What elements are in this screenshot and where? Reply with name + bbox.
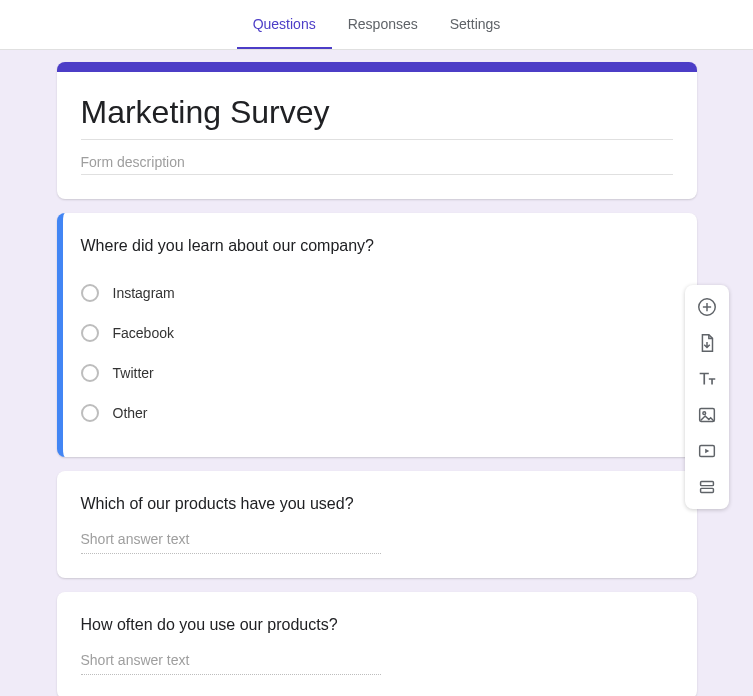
video-icon	[696, 440, 718, 462]
tab-settings[interactable]: Settings	[434, 1, 517, 49]
form-description-input[interactable]: Form description	[81, 148, 673, 175]
short-answer-placeholder: Short answer text	[81, 531, 381, 554]
add-image-button[interactable]	[693, 401, 721, 429]
radio-icon	[81, 404, 99, 422]
import-questions-button[interactable]	[693, 329, 721, 357]
short-answer-placeholder: Short answer text	[81, 652, 381, 675]
tab-questions[interactable]: Questions	[237, 1, 332, 49]
plus-circle-icon	[696, 296, 718, 318]
workspace: Marketing Survey Form description Where …	[0, 50, 753, 696]
add-section-button[interactable]	[693, 473, 721, 501]
question-title[interactable]: Which of our products have you used?	[81, 495, 673, 513]
question-title[interactable]: How often do you use our products?	[81, 616, 673, 634]
option-label[interactable]: Facebook	[113, 325, 174, 341]
form-title-input[interactable]: Marketing Survey	[81, 94, 673, 140]
image-icon	[696, 404, 718, 426]
question-card-1[interactable]: Where did you learn about our company? I…	[57, 213, 697, 457]
radio-icon	[81, 364, 99, 382]
question-card-2[interactable]: Which of our products have you used? Sho…	[57, 471, 697, 578]
radio-icon	[81, 324, 99, 342]
svg-rect-7	[701, 488, 714, 492]
side-toolbox	[685, 285, 729, 509]
add-video-button[interactable]	[693, 437, 721, 465]
add-title-button[interactable]	[693, 365, 721, 393]
option-label[interactable]: Instagram	[113, 285, 175, 301]
tabs-bar: Questions Responses Settings	[0, 0, 753, 50]
option-row[interactable]: Twitter	[81, 353, 673, 393]
svg-rect-6	[701, 482, 714, 486]
svg-point-4	[703, 412, 706, 415]
import-file-icon	[696, 332, 718, 354]
option-label[interactable]: Twitter	[113, 365, 154, 381]
question-card-3[interactable]: How often do you use our products? Short…	[57, 592, 697, 696]
option-label[interactable]: Other	[113, 405, 148, 421]
form-header-card[interactable]: Marketing Survey Form description	[57, 62, 697, 199]
tab-responses[interactable]: Responses	[332, 1, 434, 49]
option-row[interactable]: Other	[81, 393, 673, 433]
section-icon	[696, 476, 718, 498]
option-row[interactable]: Instagram	[81, 273, 673, 313]
option-row[interactable]: Facebook	[81, 313, 673, 353]
add-question-button[interactable]	[693, 293, 721, 321]
form-column: Marketing Survey Form description Where …	[57, 62, 697, 696]
radio-icon	[81, 284, 99, 302]
text-tt-icon	[696, 368, 718, 390]
question-title[interactable]: Where did you learn about our company?	[81, 237, 673, 255]
